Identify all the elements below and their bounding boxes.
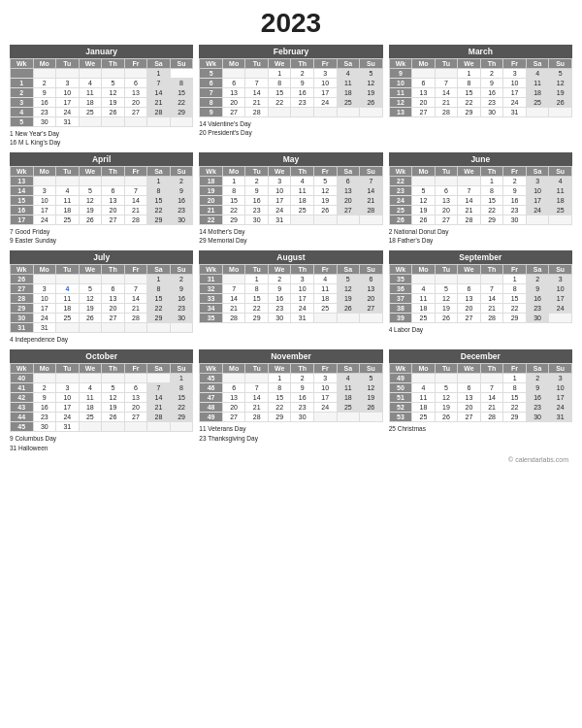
col-header-wk: Wk xyxy=(200,167,223,177)
month-name: November xyxy=(199,349,382,363)
cal-cell: 22 xyxy=(200,215,223,225)
cal-cell: 2 xyxy=(526,374,549,383)
cal-cell: 8 xyxy=(503,383,527,393)
cal-cell: 2 xyxy=(526,275,549,284)
month-name: March xyxy=(389,45,572,58)
cal-cell: 30 xyxy=(526,413,549,422)
holiday-item: 1 New Year's Day xyxy=(10,129,193,138)
cal-cell: 19 xyxy=(360,88,383,98)
cal-cell: 17 xyxy=(549,393,572,403)
cal-cell: 20 xyxy=(124,98,147,108)
col-header-mo: Mo xyxy=(412,59,436,69)
cal-cell: 35 xyxy=(389,275,412,284)
col-header-we: We xyxy=(79,364,102,374)
col-header-su: Su xyxy=(170,265,193,275)
cal-cell: 8 xyxy=(222,186,245,196)
cal-cell: 51 xyxy=(389,393,412,403)
cal-cell: 44 xyxy=(11,413,34,422)
col-header-wk: Wk xyxy=(389,265,412,275)
cal-cell: 17 xyxy=(526,196,549,206)
cal-cell xyxy=(124,422,147,432)
cal-cell xyxy=(124,275,147,284)
cal-cell: 13 xyxy=(458,294,481,304)
cal-cell: 21 xyxy=(124,304,147,314)
calendar-table: WkMoTuWeThFrSaSu351233645678910371112131… xyxy=(389,264,572,323)
month-block-september: SeptemberWkMoTuWeThFrSaSu351233645678910… xyxy=(389,250,572,344)
cal-cell: 5 xyxy=(549,69,572,79)
col-header-mo: Mo xyxy=(222,364,245,374)
cal-cell: 12 xyxy=(360,79,383,88)
cal-cell: 15 xyxy=(503,393,527,403)
cal-cell: 3 xyxy=(526,177,549,186)
col-header-mo: Mo xyxy=(222,167,245,177)
cal-cell: 20 xyxy=(124,403,147,413)
cal-cell: 12 xyxy=(337,284,360,294)
col-header-su: Su xyxy=(360,265,383,275)
col-header-we: We xyxy=(79,59,102,69)
cal-cell: 19 xyxy=(435,403,458,413)
cal-cell xyxy=(79,177,102,186)
col-header-tu: Tu xyxy=(245,364,269,374)
holidays: 14 Mother's Day29 Memorial Day xyxy=(199,227,382,245)
cal-cell: 52 xyxy=(389,403,412,413)
col-header-fr: Fr xyxy=(124,364,147,374)
cal-cell: 9 xyxy=(33,393,56,403)
cal-cell: 24 xyxy=(526,206,549,215)
cal-cell: 21 xyxy=(458,206,481,215)
cal-cell: 41 xyxy=(11,383,34,393)
col-header-sa: Sa xyxy=(147,59,171,69)
cal-cell: 26 xyxy=(435,314,458,323)
col-header-sa: Sa xyxy=(337,59,360,69)
cal-cell: 9 xyxy=(245,186,269,196)
cal-cell: 29 xyxy=(170,413,193,422)
cal-cell: 13 xyxy=(412,88,436,98)
col-header-wk: Wk xyxy=(389,167,412,177)
cal-cell: 6 xyxy=(337,177,360,186)
cal-cell: 16 xyxy=(480,88,503,98)
cal-cell: 26 xyxy=(435,413,458,422)
cal-cell: 25 xyxy=(412,413,436,422)
cal-cell: 8 xyxy=(170,383,193,393)
cal-cell: 22 xyxy=(480,206,503,215)
cal-cell xyxy=(360,108,383,117)
cal-cell: 8 xyxy=(503,284,527,294)
cal-cell: 15 xyxy=(268,88,291,98)
calendar-table: WkMoTuWeThFrSaSu181234567198910111213142… xyxy=(199,166,382,225)
cal-cell: 28 xyxy=(360,206,383,215)
cal-cell: 45 xyxy=(200,374,223,383)
cal-cell: 15 xyxy=(458,88,481,98)
col-header-wk: Wk xyxy=(200,364,223,374)
col-header-th: Th xyxy=(480,167,503,177)
cal-cell xyxy=(480,374,503,383)
cal-cell: 13 xyxy=(11,177,34,186)
cal-cell: 26 xyxy=(412,215,436,225)
cal-cell xyxy=(147,117,171,127)
calendar-table: WkMoTuWeThFrSaSu311234563278910111213331… xyxy=(199,264,382,323)
cal-cell: 7 xyxy=(480,383,503,393)
cal-cell: 29 xyxy=(268,413,291,422)
cal-cell: 6 xyxy=(458,284,481,294)
cal-cell: 4 xyxy=(526,69,549,79)
cal-cell: 18 xyxy=(200,177,223,186)
cal-cell: 3 xyxy=(503,69,527,79)
cal-cell: 5 xyxy=(435,383,458,393)
col-header-tu: Tu xyxy=(245,59,269,69)
cal-cell xyxy=(56,323,80,333)
cal-cell: 28 xyxy=(124,215,147,225)
col-header-we: We xyxy=(268,265,291,275)
cal-cell: 10 xyxy=(56,393,80,403)
cal-cell: 9 xyxy=(503,186,527,196)
col-header-we: We xyxy=(268,59,291,69)
col-header-fr: Fr xyxy=(313,265,337,275)
cal-cell: 8 xyxy=(147,284,171,294)
cal-cell xyxy=(124,117,147,127)
cal-cell: 18 xyxy=(337,88,360,98)
cal-cell: 35 xyxy=(200,314,223,323)
cal-cell: 24 xyxy=(549,403,572,413)
cal-cell: 31 xyxy=(200,275,223,284)
cal-cell: 34 xyxy=(200,304,223,314)
cal-cell xyxy=(412,374,436,383)
cal-cell: 21 xyxy=(245,98,269,108)
cal-cell: 24 xyxy=(33,215,56,225)
cal-cell xyxy=(313,314,337,323)
